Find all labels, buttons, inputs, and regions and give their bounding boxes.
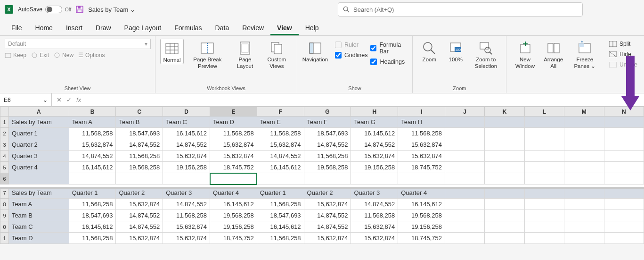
- cell[interactable]: [524, 128, 564, 139]
- row-header[interactable]: 3: [0, 139, 9, 151]
- row-header[interactable]: 0: [0, 221, 9, 233]
- cell[interactable]: 14,874,552: [351, 139, 398, 151]
- save-icon[interactable]: [76, 6, 83, 13]
- cell[interactable]: Team B: [8, 210, 69, 221]
- cell[interactable]: Team A: [8, 199, 69, 210]
- cell[interactable]: [8, 173, 69, 185]
- cell[interactable]: 15,632,874: [351, 151, 398, 162]
- cell[interactable]: 16,145,612: [163, 128, 210, 139]
- tab-draw[interactable]: Draw: [89, 20, 118, 35]
- cell[interactable]: 15,632,874: [304, 199, 351, 210]
- cell[interactable]: 11,568,258: [398, 128, 445, 139]
- cell[interactable]: 11,568,258: [210, 128, 257, 139]
- cell[interactable]: [445, 139, 485, 151]
- select-all-corner[interactable]: [0, 107, 9, 117]
- cell[interactable]: [564, 128, 604, 139]
- cell[interactable]: [445, 128, 485, 139]
- cell[interactable]: [564, 173, 604, 185]
- cell[interactable]: 15,632,874: [398, 139, 445, 151]
- row-header[interactable]: 7: [0, 187, 9, 199]
- cell[interactable]: Quarter 4: [8, 162, 69, 173]
- cell[interactable]: Quarter 4: [210, 187, 257, 199]
- cell[interactable]: Team A: [69, 117, 116, 128]
- cell[interactable]: [485, 173, 524, 185]
- cell[interactable]: [485, 139, 524, 151]
- cell[interactable]: [351, 173, 398, 185]
- cell[interactable]: [604, 199, 644, 210]
- cell[interactable]: 19,156,258: [163, 162, 210, 173]
- cell[interactable]: Sales by Team: [8, 117, 69, 128]
- cell[interactable]: [485, 162, 524, 173]
- tab-review[interactable]: Review: [236, 20, 270, 35]
- cell[interactable]: Team G: [351, 117, 398, 128]
- cell[interactable]: [604, 128, 644, 139]
- cell[interactable]: 15,632,874: [163, 221, 210, 233]
- cell[interactable]: [485, 128, 524, 139]
- cell[interactable]: Quarter 3: [351, 187, 398, 199]
- row-header[interactable]: 1: [0, 233, 9, 244]
- cell[interactable]: [485, 187, 524, 199]
- sheet-view-dropdown[interactable]: Default ▾: [5, 39, 151, 49]
- cell[interactable]: 11,568,258: [163, 210, 210, 221]
- cell[interactable]: 19,156,258: [210, 221, 257, 233]
- enter-icon[interactable]: ✓: [65, 96, 73, 103]
- tab-formulas[interactable]: Formulas: [168, 20, 208, 35]
- cell[interactable]: 19,568,258: [210, 210, 257, 221]
- zoom-selection-button[interactable]: Zoom to Selection: [470, 39, 501, 70]
- col-header-C[interactable]: C: [116, 107, 163, 117]
- cell[interactable]: 11,568,258: [69, 199, 116, 210]
- cell[interactable]: [398, 173, 445, 185]
- formula-input[interactable]: [86, 93, 644, 106]
- col-header-B[interactable]: B: [69, 107, 116, 117]
- cell[interactable]: 14,874,552: [163, 139, 210, 151]
- cell[interactable]: 14,874,552: [257, 151, 304, 162]
- cell[interactable]: [210, 173, 257, 185]
- cell[interactable]: [445, 221, 485, 233]
- cell[interactable]: 15,632,874: [210, 139, 257, 151]
- cell[interactable]: 15,632,874: [210, 151, 257, 162]
- split-bar-horizontal[interactable]: [0, 187, 644, 189]
- cell[interactable]: 11,568,258: [116, 151, 163, 162]
- cell[interactable]: 14,874,552: [116, 139, 163, 151]
- cell[interactable]: [485, 151, 524, 162]
- cell[interactable]: [445, 162, 485, 173]
- cell[interactable]: 11,568,258: [257, 233, 304, 244]
- toggle-switch[interactable]: [45, 6, 62, 13]
- cell[interactable]: 16,145,612: [69, 221, 116, 233]
- cell[interactable]: [564, 210, 604, 221]
- col-header-L[interactable]: L: [524, 107, 564, 117]
- tab-help[interactable]: Help: [299, 20, 326, 35]
- cell[interactable]: 16,145,612: [257, 162, 304, 173]
- row-header[interactable]: 5: [0, 162, 9, 173]
- cell[interactable]: 15,632,874: [69, 139, 116, 151]
- cell[interactable]: 19,568,258: [116, 162, 163, 173]
- cell[interactable]: 18,745,752: [210, 162, 257, 173]
- col-header-M[interactable]: M: [564, 107, 604, 117]
- cell[interactable]: 14,874,552: [304, 210, 351, 221]
- cell[interactable]: 15,632,874: [257, 139, 304, 151]
- cell[interactable]: 14,874,552: [163, 199, 210, 210]
- cell[interactable]: 19,156,258: [351, 162, 398, 173]
- cell[interactable]: 14,874,552: [116, 210, 163, 221]
- cell[interactable]: 14,874,552: [304, 139, 351, 151]
- row-header[interactable]: 1: [0, 117, 9, 128]
- cell[interactable]: Team D: [210, 117, 257, 128]
- cell[interactable]: [445, 151, 485, 162]
- cell[interactable]: 11,568,258: [351, 210, 398, 221]
- cancel-icon[interactable]: ✕: [55, 96, 64, 103]
- cell[interactable]: Team H: [398, 117, 445, 128]
- col-header-D[interactable]: D: [163, 107, 210, 117]
- col-header-A[interactable]: A: [8, 107, 69, 117]
- keep-button[interactable]: Keep: [5, 52, 26, 59]
- exit-button[interactable]: Exit: [31, 52, 49, 59]
- cell[interactable]: [604, 187, 644, 199]
- cell[interactable]: [485, 210, 524, 221]
- gridlines-checkbox[interactable]: Gridlines: [335, 52, 367, 59]
- new-button[interactable]: New: [54, 52, 73, 59]
- options-button[interactable]: ☰Options: [78, 52, 105, 59]
- cell[interactable]: 11,568,258: [69, 128, 116, 139]
- cell[interactable]: [485, 199, 524, 210]
- cell[interactable]: Team C: [163, 117, 210, 128]
- cell[interactable]: 15,632,874: [304, 233, 351, 244]
- row-header[interactable]: 2: [0, 128, 9, 139]
